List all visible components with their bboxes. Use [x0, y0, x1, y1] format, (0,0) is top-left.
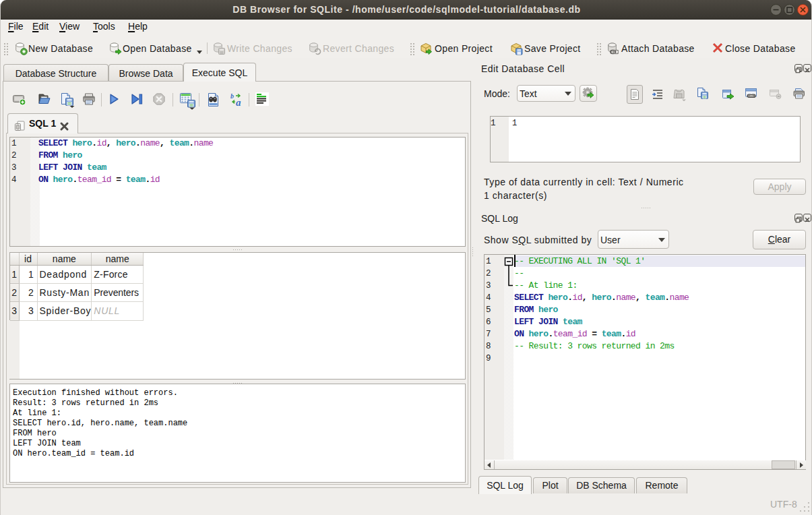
svg-text:a: a: [236, 97, 241, 107]
svg-text:b: b: [230, 92, 234, 100]
